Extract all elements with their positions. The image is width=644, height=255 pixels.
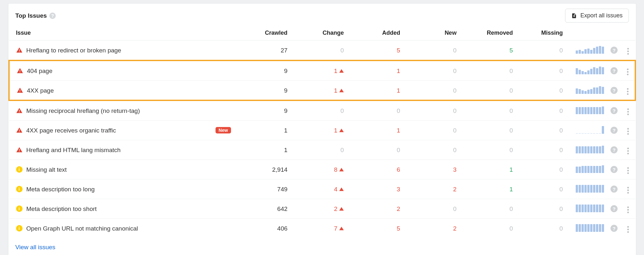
row-help-icon[interactable]: ?	[610, 47, 618, 54]
new-cell: 0	[403, 41, 460, 61]
missing-cell: 0	[516, 100, 572, 121]
arrow-up-icon	[339, 69, 344, 73]
row-actions-cell	[621, 219, 635, 238]
missing-cell: 0	[516, 60, 572, 81]
new-cell: 0	[403, 100, 460, 121]
panel-title-text: Top Issues	[15, 12, 47, 19]
row-help-icon[interactable]: ?	[610, 166, 618, 173]
issue-label[interactable]: 4XX page receives organic traffic	[26, 127, 116, 133]
new-cell: 0	[403, 81, 460, 101]
kebab-menu-icon[interactable]	[624, 67, 631, 77]
kebab-menu-icon[interactable]	[624, 87, 631, 96]
table-row[interactable]: Hreflang to redirect or broken page27050…	[9, 41, 635, 61]
svg-rect-9	[19, 132, 20, 132]
col-missing[interactable]: Missing	[516, 26, 572, 41]
added-cell: 3	[347, 179, 403, 199]
issue-label[interactable]: Meta description too short	[26, 206, 97, 212]
col-change[interactable]: Change	[291, 26, 347, 41]
row-help-icon[interactable]: ?	[610, 205, 618, 212]
warning-circle-icon: i	[16, 166, 23, 173]
issue-label[interactable]: 404 page	[27, 68, 53, 74]
error-triangle-icon	[16, 47, 23, 53]
missing-cell: 0	[516, 199, 572, 219]
kebab-menu-icon[interactable]	[625, 47, 631, 56]
row-help-cell: ?	[607, 60, 621, 81]
kebab-menu-icon[interactable]	[625, 205, 631, 214]
table-row[interactable]: iOpen Graph URL not matching canonical40…	[9, 219, 635, 238]
kebab-menu-icon[interactable]	[625, 166, 631, 175]
error-triangle-icon	[16, 147, 23, 153]
sparkline	[576, 46, 604, 54]
table-row[interactable]: 4XX page receives organic trafficNew1110…	[9, 121, 635, 140]
new-cell: 0	[403, 140, 460, 160]
missing-cell: 0	[516, 81, 572, 101]
table-row[interactable]: iMeta description too short64222000?	[9, 199, 635, 219]
added-cell: 6	[347, 160, 403, 179]
help-icon[interactable]: ?	[49, 13, 56, 19]
sparkline	[576, 146, 604, 153]
row-help-icon[interactable]: ?	[610, 146, 618, 153]
kebab-menu-icon[interactable]	[625, 146, 631, 156]
issue-label[interactable]: Hreflang and HTML lang mismatch	[26, 147, 121, 153]
table-row[interactable]: 404 page911000?	[9, 60, 635, 81]
sparkline-cell	[572, 81, 607, 101]
table-row[interactable]: Hreflang and HTML lang mismatch100000?	[9, 140, 635, 160]
issue-cell: Hreflang and HTML lang mismatch	[9, 140, 235, 160]
row-help-icon[interactable]: ?	[610, 225, 618, 232]
issue-label[interactable]: Missing reciprocal hreflang (no return-t…	[26, 108, 140, 114]
issue-label[interactable]: Hreflang to redirect or broken page	[26, 47, 121, 53]
new-cell: 0	[403, 121, 460, 140]
issue-cell: 4XX page	[9, 81, 235, 101]
col-removed[interactable]: Removed	[460, 26, 516, 41]
table-row[interactable]: 4XX page911000?	[9, 81, 635, 101]
issue-label[interactable]: Open Graph URL not matching canonical	[26, 225, 138, 232]
arrow-up-icon	[339, 129, 344, 132]
missing-cell: 0	[516, 140, 572, 160]
issue-label[interactable]: 4XX page	[27, 87, 54, 94]
col-crawled[interactable]: Crawled	[234, 26, 291, 41]
kebab-menu-icon[interactable]	[625, 127, 631, 136]
svg-rect-1	[19, 51, 20, 52]
row-help-icon[interactable]: ?	[610, 127, 618, 134]
svg-rect-5	[20, 92, 20, 92]
added-cell: 5	[347, 41, 403, 61]
issue-label[interactable]: Meta description too long	[26, 186, 95, 192]
row-help-icon[interactable]: ?	[610, 186, 618, 193]
row-help-icon[interactable]: ?	[610, 107, 618, 114]
download-icon	[571, 13, 577, 19]
row-help-icon[interactable]: ?	[610, 67, 618, 74]
svg-rect-2	[20, 70, 20, 72]
change-cell: 0	[291, 140, 347, 160]
crawled-cell: 27	[234, 41, 291, 61]
issue-cell: iMeta description too short	[9, 199, 235, 219]
issue-cell: 4XX page receives organic trafficNew	[9, 121, 235, 140]
row-actions-cell	[621, 41, 635, 61]
crawled-cell: 9	[234, 100, 291, 121]
crawled-cell: 9	[234, 60, 291, 81]
row-help-cell: ?	[607, 121, 621, 140]
kebab-menu-icon[interactable]	[625, 107, 631, 116]
view-all-issues-link[interactable]: View all issues	[8, 238, 636, 255]
kebab-menu-icon[interactable]	[625, 225, 631, 234]
table-row[interactable]: iMeta description too long74943210?	[9, 179, 635, 199]
sparkline	[576, 224, 604, 232]
table-row[interactable]: Missing reciprocal hreflang (no return-t…	[9, 100, 635, 121]
kebab-menu-icon[interactable]	[625, 186, 631, 195]
col-sparkline	[572, 26, 607, 41]
removed-cell: 0	[460, 121, 516, 140]
removed-cell: 0	[460, 219, 516, 238]
issue-label[interactable]: Missing alt text	[26, 167, 67, 173]
row-help-cell: ?	[607, 81, 621, 101]
table-row[interactable]: iMissing alt text2,91486310?	[9, 160, 635, 179]
col-issue[interactable]: Issue	[9, 26, 235, 41]
col-new[interactable]: New	[403, 26, 460, 41]
row-help-icon[interactable]: ?	[610, 87, 618, 94]
row-actions-cell	[621, 199, 635, 219]
col-added[interactable]: Added	[347, 26, 403, 41]
export-all-issues-button[interactable]: Export all issues	[565, 9, 629, 23]
sparkline-cell	[572, 60, 607, 81]
arrow-up-icon	[339, 207, 344, 211]
sparkline	[576, 185, 604, 193]
page: Top Issues ? Export all issues Issue Cra…	[0, 0, 644, 255]
row-help-cell: ?	[607, 140, 621, 160]
